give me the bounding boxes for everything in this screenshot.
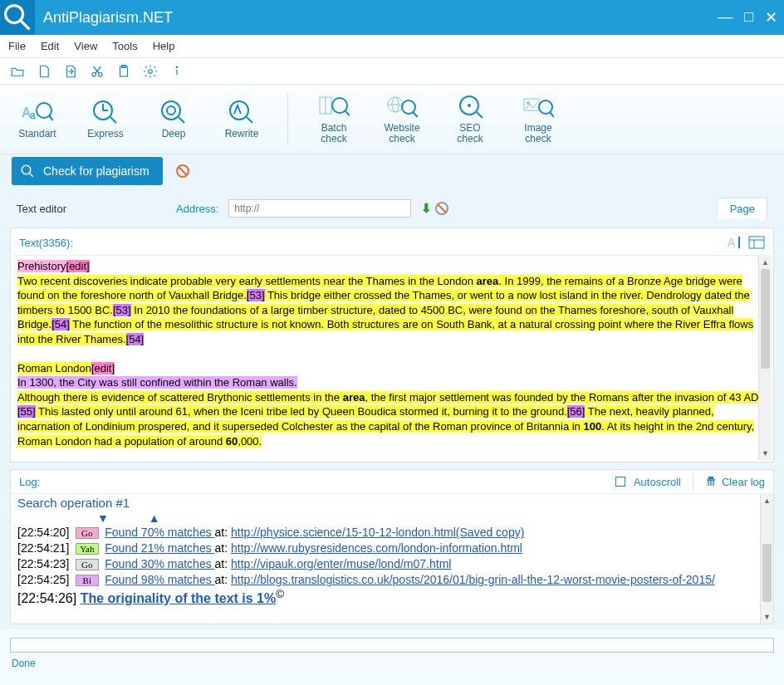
svg-point-8 bbox=[176, 66, 178, 68]
layout-icon[interactable] bbox=[748, 235, 765, 250]
image-check[interactable]: Image check bbox=[504, 90, 572, 149]
log-label: Log: bbox=[19, 476, 40, 488]
svg-point-32 bbox=[468, 104, 471, 107]
address-label: Address: bbox=[176, 203, 218, 215]
page-tab[interactable]: Page bbox=[718, 198, 767, 219]
svg-line-37 bbox=[550, 112, 554, 117]
text-cursor-icon[interactable]: A bbox=[727, 235, 743, 250]
svg-rect-45 bbox=[708, 477, 713, 479]
app-title: AntiPlagiarism.NET bbox=[43, 9, 718, 27]
log-body[interactable]: Search operation #1 ▼ ▲ [22:54:20] Go Fo… bbox=[11, 494, 773, 624]
website-check[interactable]: Website check bbox=[368, 90, 436, 149]
svg-point-38 bbox=[22, 165, 31, 174]
status-bar: Done bbox=[0, 629, 784, 678]
paste-icon[interactable] bbox=[116, 64, 131, 79]
sort-indicators[interactable]: ▼ ▲ bbox=[17, 511, 767, 525]
mode-rewrite[interactable]: Rewrite bbox=[208, 90, 276, 149]
editor-scrollbar[interactable]: ▲▼ bbox=[758, 256, 772, 460]
progress-bar bbox=[10, 638, 774, 653]
svg-rect-42 bbox=[749, 237, 764, 248]
open-folder-icon[interactable] bbox=[10, 64, 25, 79]
svg-line-16 bbox=[110, 117, 116, 123]
settings-icon[interactable] bbox=[143, 64, 158, 79]
titlebar: AntiPlagiarism.NET — □ ✕ bbox=[0, 0, 784, 35]
stop-icon-2[interactable] bbox=[435, 202, 448, 215]
svg-line-12 bbox=[49, 115, 53, 120]
log-final-line: [22:54:26] The originality of the text i… bbox=[17, 588, 767, 606]
log-url-link[interactable]: http://blogs.translogistics.co.uk/posts/… bbox=[231, 573, 715, 586]
text-count-label: Text(3356): bbox=[19, 237, 73, 249]
batch-check[interactable]: Batch check bbox=[300, 90, 368, 149]
svg-line-21 bbox=[247, 117, 252, 123]
svg-line-25 bbox=[345, 110, 350, 115]
text-editor-label: Text editor bbox=[17, 203, 166, 215]
log-panel: Log: Autoscroll Clear log Search operati… bbox=[10, 469, 774, 624]
menu-edit[interactable]: Edit bbox=[41, 40, 59, 52]
menubar: File Edit View Tools Help bbox=[0, 35, 784, 58]
svg-line-39 bbox=[29, 173, 33, 177]
menu-file[interactable]: File bbox=[8, 40, 26, 52]
log-line: [22:54:21] Yah Found 21% matches at: htt… bbox=[17, 541, 767, 556]
address-input[interactable] bbox=[228, 199, 411, 218]
editor-panel: Text(3356): A Prehistory[edit] Two recen… bbox=[10, 228, 774, 462]
svg-point-6 bbox=[149, 69, 153, 73]
status-text: Done bbox=[10, 653, 774, 674]
stop-icon[interactable] bbox=[176, 164, 189, 178]
log-url-link[interactable]: http://physice.science/15-10-12-london.h… bbox=[231, 526, 524, 539]
download-icon[interactable]: ⬇ bbox=[421, 201, 432, 216]
log-url-link[interactable]: http://www.rubysresidences.com/london-in… bbox=[231, 541, 522, 555]
log-url-link[interactable]: http://vipauk.org/enter/muse/lond/m07.ht… bbox=[231, 557, 451, 570]
mode-standart[interactable]: Aa Standart bbox=[3, 90, 71, 149]
svg-line-1 bbox=[21, 21, 30, 30]
main-panel: Text editor Address: ⬇ Page Text(3356): … bbox=[0, 188, 784, 629]
svg-point-35 bbox=[527, 101, 530, 105]
close-button[interactable]: ✕ bbox=[765, 8, 777, 27]
action-bar: Check for plagiarism bbox=[0, 154, 784, 188]
svg-text:a: a bbox=[30, 110, 36, 121]
check-plagiarism-button[interactable]: Check for plagiarism bbox=[12, 157, 163, 185]
menu-tools[interactable]: Tools bbox=[112, 40, 137, 52]
info-icon[interactable] bbox=[169, 64, 184, 79]
minimize-button[interactable]: — bbox=[718, 8, 733, 27]
svg-line-19 bbox=[179, 117, 184, 123]
new-doc-icon[interactable] bbox=[37, 64, 51, 79]
svg-point-0 bbox=[6, 6, 23, 23]
seo-check[interactable]: SEO check bbox=[436, 90, 504, 149]
log-op-title: Search operation #1 bbox=[17, 496, 767, 511]
export-icon[interactable] bbox=[63, 64, 78, 79]
menu-help[interactable]: Help bbox=[153, 40, 175, 52]
svg-line-33 bbox=[477, 112, 483, 118]
autoscroll-toggle[interactable]: Autoscroll bbox=[615, 476, 681, 488]
editor-textarea[interactable]: Prehistory[edit] Two recent discoveries … bbox=[12, 256, 772, 460]
log-line: [22:54:25] Bi Found 98% matches at: http… bbox=[17, 572, 767, 588]
mode-express[interactable]: Express bbox=[71, 90, 140, 149]
clear-log-button[interactable]: Clear log bbox=[705, 476, 765, 488]
app-logo bbox=[0, 0, 35, 35]
quick-toolbar bbox=[0, 58, 784, 85]
log-line: [22:54:20] Go Found 70% matches at: http… bbox=[17, 525, 767, 541]
mode-deep[interactable]: Deep bbox=[140, 90, 208, 149]
svg-point-18 bbox=[167, 106, 175, 115]
ribbon: Aa Standart Express Deep Rewrite Batch c… bbox=[0, 85, 784, 154]
svg-text:A: A bbox=[728, 236, 736, 249]
log-line: [22:54:23] Go Found 30% matches at: http… bbox=[17, 556, 767, 572]
maximize-button[interactable]: □ bbox=[744, 8, 753, 27]
log-scrollbar[interactable]: ▲▼ bbox=[760, 494, 773, 624]
svg-point-17 bbox=[162, 101, 180, 120]
svg-line-30 bbox=[413, 112, 418, 117]
menu-view[interactable]: View bbox=[74, 40, 97, 52]
cut-icon[interactable] bbox=[90, 64, 105, 79]
